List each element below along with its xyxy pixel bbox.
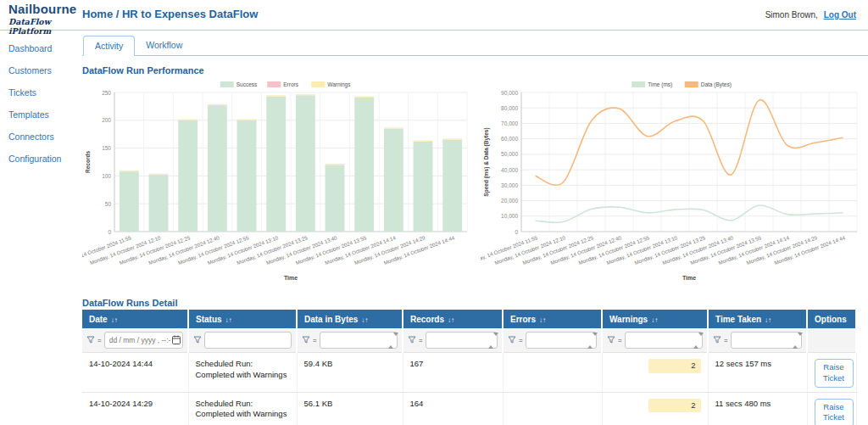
svg-text:50,000: 50,000 [501, 151, 518, 157]
table-header-row: Date↓↑ Status↓↑ Data in Bytes↓↑ Records↓… [82, 310, 856, 328]
raise-ticket-button[interactable]: Raise Ticket [815, 399, 854, 425]
cell-status: Scheduled Run: Completed with Warnings [188, 353, 297, 393]
sidebar-item-connectors[interactable]: Connectors [8, 131, 82, 142]
filter-funnel-icon[interactable] [607, 336, 615, 344]
filter-funnel-icon[interactable] [408, 336, 416, 344]
svg-text:Records: Records [85, 151, 91, 173]
warnings-filter-input[interactable] [625, 332, 703, 349]
sort-icon[interactable]: ↓↑ [539, 316, 546, 324]
filter-funnel-icon[interactable] [713, 336, 721, 344]
tab-bar: Activity Workflow [82, 36, 868, 56]
cell-records: 164 [403, 392, 503, 425]
col-label: Status [196, 315, 222, 324]
col-header-records[interactable]: Records↓↑ [403, 310, 503, 328]
spinner-icon[interactable] [388, 336, 394, 344]
svg-text:Success: Success [236, 81, 258, 87]
runs-section-title: DataFlow Runs Detail [82, 298, 868, 308]
svg-text:60,000: 60,000 [501, 136, 518, 142]
col-label: Warnings [609, 315, 648, 324]
app: Nailbourne DataFlow iPlatform Home / HR … [0, 0, 868, 425]
sidebar-item-tickets[interactable]: Tickets [8, 87, 82, 98]
calendar-icon[interactable] [172, 335, 181, 346]
warnings-badge: 2 [648, 359, 701, 373]
spinner-icon[interactable] [693, 336, 699, 344]
col-header-warnings[interactable]: Warnings↓↑ [602, 310, 708, 328]
svg-text:Time: Time [682, 275, 696, 281]
spinner-icon[interactable] [587, 336, 593, 344]
match-mode[interactable]: = [519, 337, 523, 344]
svg-text:150: 150 [102, 145, 111, 151]
raise-ticket-button[interactable]: Raise Ticket [815, 359, 854, 388]
bytes-filter-input[interactable] [320, 332, 398, 349]
col-label: Records [410, 315, 444, 324]
tab-workflow[interactable]: Workflow [135, 36, 193, 55]
sidebar-item-configuration[interactable]: Configuration [8, 154, 82, 164]
cell-options: Raise Ticket [807, 353, 856, 393]
svg-text:Speed (ms) & Data (Bytes): Speed (ms) & Data (Bytes) [483, 127, 490, 196]
filter-funnel-icon[interactable] [508, 336, 516, 344]
speed-data-line-chart: 010,00020,00030,00040,00050,00060,00070,… [481, 77, 864, 286]
sort-icon[interactable]: ↓↑ [111, 316, 118, 324]
main-content: Activity Workflow DataFlow Run Performan… [82, 31, 868, 425]
col-header-status[interactable]: Status↓↑ [188, 310, 297, 328]
spinner-icon[interactable] [793, 336, 798, 344]
runs-table: Date↓↑ Status↓↑ Data in Bytes↓↑ Records↓… [82, 310, 857, 425]
sort-icon[interactable]: ↓↑ [448, 316, 454, 324]
match-mode[interactable]: = [618, 337, 622, 344]
tab-activity[interactable]: Activity [83, 36, 135, 56]
sidebar-item-templates[interactable]: Templates [8, 109, 82, 120]
match-mode[interactable]: = [97, 337, 102, 344]
svg-text:Data (Bytes): Data (Bytes) [701, 81, 732, 88]
sort-icon[interactable]: ↓↑ [765, 316, 771, 324]
filter-funnel-icon[interactable] [86, 336, 95, 344]
time-filter-input[interactable] [731, 332, 802, 349]
col-label: Errors [510, 315, 536, 324]
svg-text:Warnings: Warnings [327, 81, 351, 88]
sort-icon[interactable]: ↓↑ [651, 316, 658, 324]
svg-text:30,000: 30,000 [501, 182, 518, 188]
warnings-badge: 2 [648, 399, 701, 413]
col-label: Options [815, 315, 847, 324]
cell-warnings: 2 [602, 353, 708, 393]
filter-funnel-icon[interactable] [302, 336, 310, 344]
logout-link[interactable]: Log Out [824, 10, 856, 20]
sort-icon[interactable]: ↓↑ [225, 316, 232, 324]
status-filter-input[interactable] [204, 332, 292, 349]
filter-funnel-icon[interactable] [193, 336, 202, 344]
match-mode[interactable]: = [313, 337, 317, 344]
sidebar: Dashboard Customers Tickets Templates Co… [0, 31, 82, 176]
col-header-errors[interactable]: Errors↓↑ [503, 310, 602, 328]
svg-text:70,000: 70,000 [501, 120, 518, 126]
errors-filter-input[interactable] [526, 332, 597, 349]
col-label: Time Taken [715, 315, 761, 324]
svg-text:40,000: 40,000 [501, 167, 518, 173]
cell-time-taken: 12 secs 157 ms [708, 353, 807, 393]
col-header-options: Options [807, 310, 856, 328]
svg-text:Time (ms): Time (ms) [648, 81, 672, 88]
cell-bytes: 56.1 KB [297, 392, 403, 425]
col-header-bytes[interactable]: Data in Bytes↓↑ [297, 310, 403, 328]
filter-row: = = = [82, 328, 856, 353]
sidebar-item-customers[interactable]: Customers [8, 65, 82, 75]
cell-date: 14-10-2024 14:44 [82, 353, 188, 393]
user-name: Simon Brown, [765, 10, 818, 20]
cell-date: 14-10-2024 14:29 [82, 392, 188, 425]
col-header-date[interactable]: Date↓↑ [82, 310, 188, 328]
match-mode[interactable]: = [419, 337, 423, 344]
sidebar-item-dashboard[interactable]: Dashboard [8, 43, 82, 53]
breadcrumb: Home / HR to Expenses DataFlow [82, 0, 258, 29]
sort-icon[interactable]: ↓↑ [361, 316, 368, 324]
charts-row: 050100150200250Monday, 14 October 2024 1… [82, 77, 868, 286]
svg-text:0: 0 [108, 229, 111, 235]
cell-warnings: 2 [602, 392, 708, 425]
svg-text:90,000: 90,000 [501, 90, 518, 96]
date-filter-input[interactable] [104, 332, 183, 349]
col-header-time-taken[interactable]: Time Taken↓↑ [708, 310, 807, 328]
match-mode[interactable]: = [724, 337, 728, 344]
brand-name: Nailbourne [8, 2, 81, 16]
records-filter-input[interactable] [426, 332, 498, 349]
performance-section-title: DataFlow Run Performance [82, 65, 868, 75]
spinner-icon[interactable] [488, 336, 494, 344]
svg-text:250: 250 [102, 90, 111, 96]
cell-status: Scheduled Run: Completed with Warnings [188, 392, 297, 425]
